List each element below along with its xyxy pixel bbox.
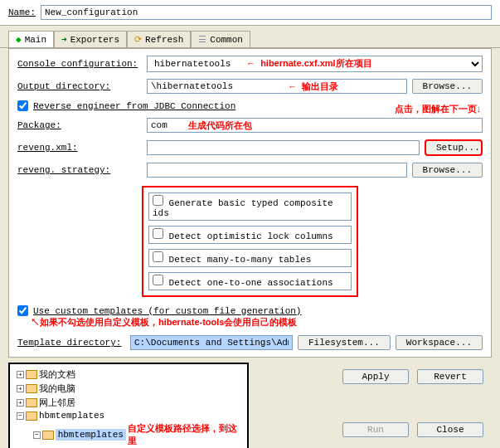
- folder-icon: [42, 431, 54, 440]
- strategy-label: reveng. strategy:: [17, 165, 142, 175]
- custom-templates-label: Use custom templates (for custom file ge…: [33, 306, 301, 316]
- tree-selected[interactable]: hbmtemplates: [56, 429, 126, 441]
- tab-refresh[interactable]: ⟳Refresh: [127, 31, 191, 47]
- reverse-checkbox[interactable]: [17, 100, 28, 111]
- revert-button[interactable]: Revert: [417, 369, 483, 384]
- output-label: Output directory:: [17, 81, 142, 91]
- console-note: ← hibernate.cxf.xml所在项目: [246, 57, 372, 70]
- tab-common[interactable]: ☰Common: [191, 31, 250, 47]
- run-button: Run: [342, 422, 409, 437]
- click-note: 点击，图解在下一页↓: [395, 103, 482, 115]
- workspace-button[interactable]: Workspace...: [396, 335, 483, 350]
- check-one-to-one[interactable]: Detect one-to-one associations: [148, 272, 352, 290]
- tree-note: 自定义模板路径选择，到这里: [128, 422, 244, 447]
- custom-templates-checkbox[interactable]: [17, 305, 28, 316]
- strategy-browse-button[interactable]: Browse...: [412, 163, 483, 178]
- filesystem-button[interactable]: Filesystem...: [298, 335, 391, 350]
- collapse-icon[interactable]: −: [17, 412, 24, 420]
- name-input[interactable]: [41, 5, 492, 20]
- tab-exporters[interactable]: ➜Exporters: [54, 31, 127, 47]
- expand-icon[interactable]: +: [17, 399, 24, 407]
- folder-icon: [26, 398, 37, 407]
- folder-icon: [26, 384, 37, 393]
- check-many-to-many[interactable]: Detect many-to-many tables: [148, 249, 352, 267]
- close-button[interactable]: Close: [417, 422, 483, 437]
- package-label: Package:: [17, 120, 142, 130]
- collapse-icon[interactable]: −: [33, 431, 41, 439]
- tpl-dir-input[interactable]: [130, 335, 293, 350]
- package-note: 生成代码所在包: [188, 119, 252, 132]
- options-group: Generate basic typed composite ids Detec…: [142, 186, 358, 297]
- main-panel: Console configuration: hibernatetools ← …: [8, 48, 492, 358]
- name-label: Name:: [8, 7, 36, 17]
- strategy-input[interactable]: [147, 163, 407, 178]
- folder-tree[interactable]: + 我的文档 + 我的电脑 + 网上邻居 − hbmtemplates − hb…: [8, 363, 249, 448]
- expand-icon[interactable]: +: [17, 385, 24, 392]
- check-optimistic-lock[interactable]: Detect optimistic lock columns: [148, 226, 352, 244]
- folder-icon: [26, 370, 37, 379]
- check-composite-ids[interactable]: Generate basic typed composite ids: [148, 192, 352, 221]
- custom-note: ↖如果不勾选使用自定义模板，hibernate-tools会使用自己的模板: [31, 316, 297, 329]
- console-label: Console configuration:: [17, 59, 142, 69]
- folder-icon: [26, 411, 37, 421]
- apply-button[interactable]: Apply: [342, 369, 409, 384]
- tab-main[interactable]: ◆Main: [8, 31, 54, 47]
- output-input[interactable]: [147, 79, 407, 94]
- tab-bar: ◆Main ➜Exporters ⟳Refresh ☰Common: [0, 26, 500, 48]
- setup-button[interactable]: Setup...: [425, 139, 483, 156]
- reverse-label: Reverse engineer from JDBC Connection: [33, 101, 235, 111]
- reveng-label: reveng.xml:: [17, 143, 142, 153]
- reveng-input[interactable]: [147, 140, 420, 155]
- output-note: ← 输出目录: [288, 80, 338, 93]
- tpl-dir-label: Template directory:: [17, 338, 125, 348]
- output-browse-button[interactable]: Browse...: [412, 79, 483, 94]
- expand-icon[interactable]: +: [17, 371, 24, 378]
